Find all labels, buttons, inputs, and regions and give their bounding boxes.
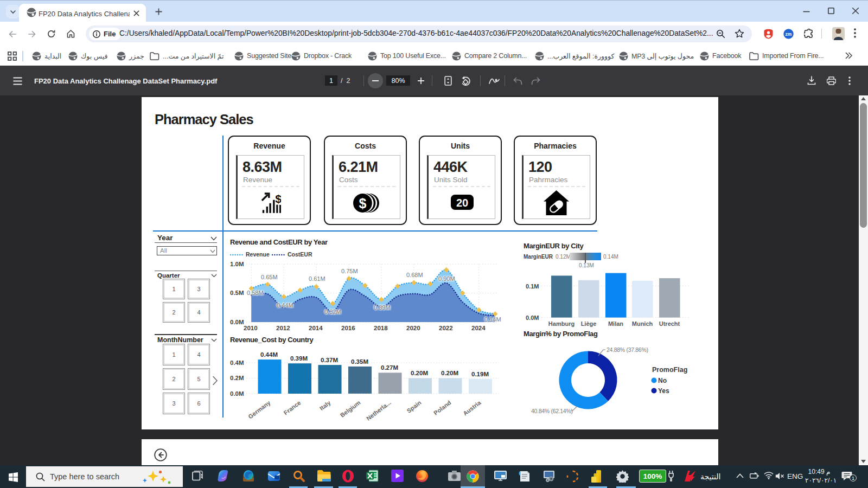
svg-text:zm: zm: [786, 31, 792, 37]
